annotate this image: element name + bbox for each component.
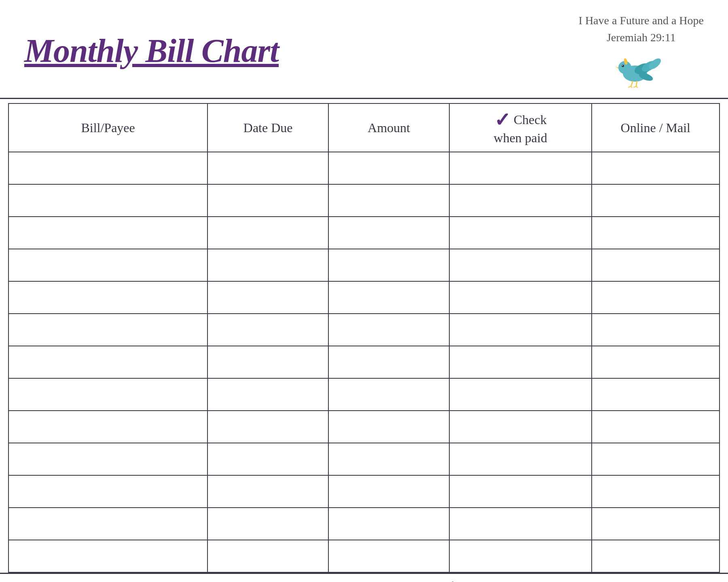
table-cell[interactable] [8,346,207,378]
table-cell[interactable] [207,540,328,572]
table-row [8,475,720,508]
svg-line-13 [633,86,636,87]
table-cell[interactable] [328,411,449,443]
table-cell[interactable] [449,184,592,217]
table-cell[interactable] [207,346,328,378]
table-cell[interactable] [592,475,720,508]
header: Monthly Bill Chart I Have a Future and a… [0,0,728,99]
table-cell[interactable] [328,184,449,217]
table-cell[interactable] [207,378,328,411]
table-cell[interactable] [449,152,592,184]
table-cell[interactable] [207,411,328,443]
table-cell[interactable] [449,249,592,281]
table-cell[interactable] [449,281,592,314]
table-cell[interactable] [207,249,328,281]
table-cell[interactable] [8,249,207,281]
table-cell[interactable] [207,152,328,184]
svg-line-12 [631,86,632,88]
table-cell[interactable] [592,281,720,314]
table-cell[interactable] [449,346,592,378]
table-cell[interactable] [8,152,207,184]
table-cell[interactable] [328,378,449,411]
table-cell[interactable] [207,508,328,540]
table-cell[interactable] [328,217,449,249]
table-cell[interactable] [592,378,720,411]
table-cell[interactable] [328,443,449,475]
table-cell[interactable] [592,411,720,443]
table-cell[interactable] [207,281,328,314]
table-cell[interactable] [449,411,592,443]
table-cell[interactable] [592,217,720,249]
table-cell[interactable] [449,378,592,411]
checkmark-symbol: ✓ [494,110,510,130]
table-cell[interactable] [8,281,207,314]
table-cell[interactable] [207,443,328,475]
table-cell[interactable] [8,508,207,540]
svg-marker-2 [615,66,618,69]
table-cell[interactable] [8,314,207,346]
svg-point-3 [622,65,624,67]
check-word: Check [514,112,547,127]
bird-icon [613,49,669,90]
table-cell[interactable] [449,540,592,572]
table-cell[interactable] [592,249,720,281]
table-cell[interactable] [449,508,592,540]
table-header-row: Bill/Payee Date Due Amount ✓ Check [8,103,720,152]
check-subword: when paid [494,131,547,146]
footer-text: Personal use only, do not redistribute i… [209,580,519,582]
table-row [8,411,720,443]
header-right: I Have a Future and a Hope Jeremiah 29:1… [579,12,704,90]
table-cell[interactable] [328,508,449,540]
main-title: Monthly Bill Chart [24,34,279,67]
bill-chart-table: Bill/Payee Date Due Amount ✓ Check [8,103,720,573]
table-cell[interactable] [592,540,720,572]
table-cell[interactable] [592,152,720,184]
table-cell[interactable] [8,443,207,475]
table-body [8,152,720,572]
col-header-date: Date Due [207,103,328,152]
check-header-content: ✓ Check when paid [450,110,591,146]
page-wrapper: Monthly Bill Chart I Have a Future and a… [0,0,728,582]
table-cell[interactable] [328,346,449,378]
table-cell[interactable] [592,508,720,540]
table-cell[interactable] [449,217,592,249]
table-cell[interactable] [207,217,328,249]
table-container: Bill/Payee Date Due Amount ✓ Check [0,103,728,573]
table-cell[interactable] [592,314,720,346]
table-row [8,346,720,378]
table-cell[interactable] [328,314,449,346]
table-cell[interactable] [8,217,207,249]
table-cell[interactable] [592,346,720,378]
scripture-block: I Have a Future and a Hope Jeremiah 29:1… [579,12,704,46]
table-cell[interactable] [449,475,592,508]
table-row [8,443,720,475]
table-cell[interactable] [207,314,328,346]
table-cell[interactable] [328,281,449,314]
table-row [8,249,720,281]
table-row [8,378,720,411]
table-cell[interactable] [8,184,207,217]
table-row [8,281,720,314]
table-cell[interactable] [592,443,720,475]
table-cell[interactable] [8,540,207,572]
table-cell[interactable] [328,540,449,572]
scripture-line2: Jeremiah 29:11 [579,29,704,46]
table-row [8,508,720,540]
table-cell[interactable] [592,184,720,217]
table-row [8,152,720,184]
col-header-amount: Amount [328,103,449,152]
table-cell[interactable] [207,475,328,508]
col-header-check: ✓ Check when paid [449,103,592,152]
table-row [8,314,720,346]
table-cell[interactable] [449,314,592,346]
table-cell[interactable] [8,475,207,508]
table-cell[interactable] [328,475,449,508]
table-cell[interactable] [8,378,207,411]
table-cell[interactable] [207,184,328,217]
table-cell[interactable] [328,152,449,184]
table-cell[interactable] [8,411,207,443]
svg-point-4 [622,65,623,66]
svg-line-10 [636,81,637,86]
table-cell[interactable] [449,443,592,475]
table-cell[interactable] [328,249,449,281]
